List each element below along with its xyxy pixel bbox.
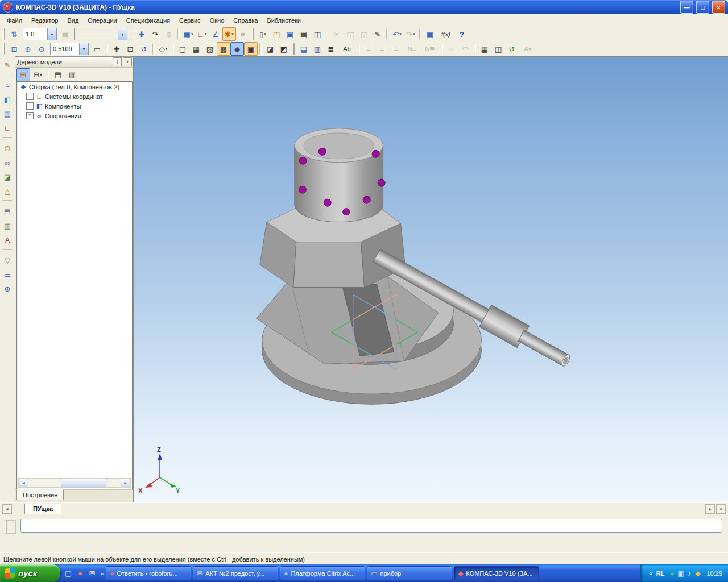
separator[interactable]: [106, 43, 108, 55]
reports-icon[interactable]: ▥: [1, 219, 14, 232]
annotation-icon[interactable]: A: [1, 233, 14, 247]
mates-icon[interactable]: ∞: [1, 156, 14, 169]
tab-scroll-left-icon[interactable]: ◂: [2, 504, 12, 514]
refresh-icon[interactable]: ↺: [505, 42, 519, 56]
print-icon[interactable]: ▤: [297, 27, 311, 41]
minimize-button[interactable]: —: [680, 1, 693, 14]
arrays-icon[interactable]: ▦: [1, 107, 14, 120]
volume-tray-icon[interactable]: ♪: [685, 569, 693, 577]
section-view-icon[interactable]: ◪: [263, 42, 277, 56]
scrollbar-thumb[interactable]: [61, 479, 106, 487]
toolbar-grip[interactable]: [3, 43, 5, 55]
wireframe-icon[interactable]: ▢: [176, 42, 189, 56]
menu-item[interactable]: Спецификация: [122, 15, 175, 26]
align-right-icon[interactable]: ≡: [389, 42, 403, 56]
start-button[interactable]: пуск: [0, 564, 60, 582]
zoom-window-icon[interactable]: ⊡: [7, 42, 21, 56]
align-left-icon[interactable]: ≡: [362, 42, 375, 56]
mail-icon[interactable]: ✉: [87, 568, 97, 579]
zoom-scale-combo[interactable]: 0.5109 ▾: [50, 43, 89, 55]
menu-item[interactable]: Библиотеки: [262, 15, 305, 26]
combo-arrow-icon[interactable]: ▾: [47, 28, 56, 40]
menu-item[interactable]: Справка: [229, 15, 262, 26]
separator[interactable]: [152, 43, 155, 55]
menu-item[interactable]: Сервис: [175, 15, 205, 26]
tree-scrollbar[interactable]: ◂ ▸: [18, 478, 131, 488]
language-indicator[interactable]: RL: [656, 570, 665, 577]
section-zone-icon[interactable]: ◩: [277, 42, 291, 56]
perspective-icon[interactable]: ◆: [230, 42, 244, 56]
hidden-lines-thin-icon[interactable]: ▨: [203, 42, 217, 56]
message-input[interactable]: [20, 519, 722, 533]
separator[interactable]: [2, 200, 13, 202]
update-tray-icon[interactable]: ◆: [693, 569, 702, 577]
spec-layers-icon[interactable]: ≣: [324, 42, 338, 56]
report-icon[interactable]: ▤: [51, 68, 65, 82]
property-bar-grip[interactable]: [5, 520, 16, 534]
redo-icon[interactable]: ↷▾: [404, 27, 417, 41]
toolbar-grip[interactable]: [252, 28, 254, 40]
expand-icon[interactable]: +: [26, 112, 34, 119]
tray-collapse-icon[interactable]: «: [649, 569, 653, 577]
task-akt[interactable]: ✉ АКТ №2 предост. у...: [193, 566, 278, 580]
cannon-cylinder-head[interactable]: [295, 128, 383, 222]
numbering-icon[interactable]: N≡: [403, 42, 421, 56]
cannon-model[interactable]: [257, 128, 574, 404]
tree-item[interactable]: + ∞ Сопряжения: [17, 111, 132, 120]
paste-icon[interactable]: ◲: [357, 27, 371, 41]
rounding-icon[interactable]: ≡: [236, 27, 250, 41]
browser-icon[interactable]: ●: [75, 568, 85, 579]
grid-icon[interactable]: ▦▾: [181, 27, 195, 41]
spatial-curves-icon[interactable]: ≈: [1, 78, 14, 92]
separator[interactable]: [131, 28, 133, 40]
tabbar-close-icon[interactable]: ×: [716, 504, 726, 514]
erase-icon[interactable]: ⊘: [162, 27, 176, 41]
edit-assembly-icon[interactable]: ✎: [1, 58, 14, 72]
separator[interactable]: [386, 28, 388, 40]
library-icon[interactable]: ▭: [1, 268, 14, 281]
object-info-icon[interactable]: ▥: [65, 68, 79, 82]
viewport-canvas[interactable]: Z X Y: [134, 57, 728, 502]
toolbar-grip[interactable]: [3, 28, 5, 40]
copy-properties-icon[interactable]: ✎: [371, 27, 384, 41]
text-style-icon[interactable]: Ab: [338, 42, 356, 56]
undo-icon[interactable]: ↶▾: [390, 27, 404, 41]
maximize-button[interactable]: □: [696, 1, 709, 14]
tree-item-assembly[interactable]: ◆ Сборка (Тел-0, Компонентов-2): [17, 82, 132, 92]
separator[interactable]: [419, 28, 421, 40]
separator[interactable]: [326, 28, 328, 40]
antivirus-tray-icon[interactable]: ●: [668, 569, 676, 577]
title-bar[interactable]: КОМПАС-3D V10 (ЗАЩИТА) - ПУщка — □ ×: [0, 0, 728, 14]
help-icon[interactable]: ?: [455, 27, 469, 41]
zoom-in-icon[interactable]: ⊕: [21, 42, 35, 56]
separator[interactable]: [47, 69, 49, 81]
menu-item[interactable]: Операции: [83, 15, 121, 26]
scroll-left-icon[interactable]: ◂: [19, 479, 28, 487]
measure-icon[interactable]: ∅: [1, 142, 14, 155]
section-icon[interactable]: ◪: [1, 170, 14, 184]
separator[interactable]: [441, 43, 443, 55]
tree-structure-icon[interactable]: ⊞: [16, 68, 30, 82]
rotate-view-icon[interactable]: ↺: [137, 42, 151, 56]
show-desktop-icon[interactable]: ▢: [63, 568, 73, 579]
ortho-icon[interactable]: ∠: [209, 27, 222, 41]
rotate-icon[interactable]: ↷: [148, 27, 162, 41]
menu-item[interactable]: Файл: [2, 15, 27, 26]
task-kompas[interactable]: ◆ КОМПАС-3D V10 (ЗА...: [454, 566, 539, 580]
separator[interactable]: [172, 43, 174, 55]
specification-icon[interactable]: ▤: [1, 205, 14, 218]
local-cs-icon[interactable]: ∟▾: [195, 27, 209, 41]
pin-icon[interactable]: ↧: [113, 57, 122, 66]
spec-objects-icon[interactable]: ▤: [297, 42, 311, 56]
separator[interactable]: [358, 43, 360, 55]
document-properties-icon[interactable]: ▤: [59, 27, 72, 41]
tab-construction[interactable]: Построение: [16, 489, 64, 500]
expand-icon[interactable]: +: [26, 102, 34, 110]
task-citrix[interactable]: ● Платформа Citrix Ac...: [280, 566, 365, 580]
composition-icon[interactable]: ⊟▾: [31, 68, 44, 82]
separator[interactable]: [2, 249, 13, 251]
new-document-icon[interactable]: ▯▾: [256, 27, 270, 41]
auxiliary-geometry-icon[interactable]: ∟: [1, 121, 14, 135]
subscript-icon[interactable]: ◠: [458, 42, 472, 56]
tab-scroll-right-icon[interactable]: ▸: [705, 504, 715, 514]
